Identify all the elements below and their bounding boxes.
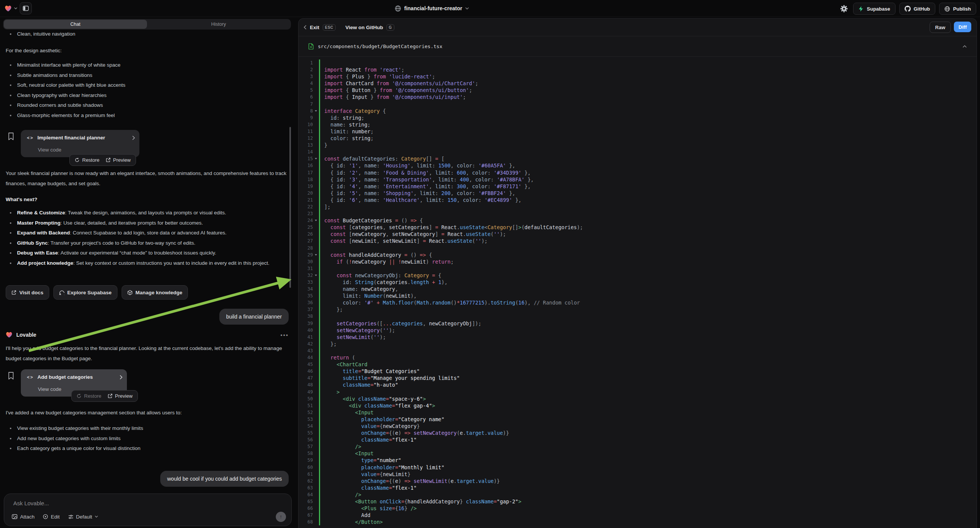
chevron-down-icon xyxy=(95,515,98,518)
fold-gutter xyxy=(313,293,319,299)
fold-caret-icon[interactable] xyxy=(313,108,319,115)
collapse-file-button[interactable] xyxy=(963,45,967,48)
code-line: 36 color: '#' + Math.floor(Math.random()… xyxy=(302,299,977,306)
code-text: const [newCategory, setNewCategory] = Re… xyxy=(319,231,977,237)
code-text: color: string; xyxy=(319,135,977,142)
version-card-implement-financial-planner[interactable]: <> Implement financial planner View code xyxy=(21,130,139,157)
settings-button[interactable] xyxy=(839,5,849,13)
code-line: 45 <ChartCard xyxy=(302,361,977,368)
code-line: 56 className="flex-1" xyxy=(302,436,977,443)
code-brackets-icon: <> xyxy=(27,375,34,380)
exit-button[interactable]: Exit ESC xyxy=(304,24,336,31)
code-text: if (!newCategory || !newLimit) return; xyxy=(319,258,977,265)
view-mode-toggle: Raw Diff xyxy=(930,22,971,33)
code-text: return ( xyxy=(319,354,977,361)
sidebar-toggle-button[interactable] xyxy=(20,2,32,14)
fold-caret-icon[interactable] xyxy=(313,251,319,258)
view-code-link[interactable]: View code xyxy=(38,386,61,392)
code-text: value={newLimit} xyxy=(319,471,977,478)
mode-selector[interactable]: Default xyxy=(68,514,99,520)
fold-gutter xyxy=(313,491,319,498)
lovable-heart-icon[interactable] xyxy=(5,5,12,12)
preview-button[interactable]: Preview xyxy=(106,157,131,163)
code-line: 10 name: string; xyxy=(302,121,977,128)
bullet-dot xyxy=(6,208,17,218)
project-switcher[interactable]: financial-future-creator xyxy=(395,0,469,17)
line-number: 22 xyxy=(302,204,313,210)
code-text: className="flex-1" xyxy=(319,436,977,443)
edit-button[interactable]: Edit xyxy=(43,514,59,520)
send-button[interactable]: ↑ xyxy=(276,512,286,522)
code-text: { id: '5', name: 'Shopping', limit: 200,… xyxy=(319,190,977,197)
github-icon xyxy=(905,6,911,12)
arrow-up-icon: ↑ xyxy=(280,514,282,520)
assistant-header: Lovable ••• xyxy=(6,331,289,339)
whats-next-heading: What's next? xyxy=(6,195,37,205)
fold-caret-icon[interactable] xyxy=(313,272,319,279)
file-row[interactable]: src/components/budget/BudgetCategories.t… xyxy=(299,36,977,57)
visit-docs-button[interactable]: Visit docs xyxy=(6,285,49,300)
line-number: 57 xyxy=(302,443,313,450)
fold-caret-icon[interactable] xyxy=(313,155,319,162)
line-number: 9 xyxy=(302,115,313,121)
supabase-button[interactable]: Supabase xyxy=(853,3,895,15)
code-line: 58 <Input xyxy=(302,450,977,457)
esc-keycap: ESC xyxy=(323,24,336,31)
tab-history[interactable]: History xyxy=(147,20,290,29)
preview-button[interactable]: Preview xyxy=(108,393,133,399)
fold-gutter xyxy=(313,340,319,347)
code-text: onChange={(e) => setNewCategory(e.target… xyxy=(319,429,977,436)
github-button[interactable]: GitHub xyxy=(899,3,935,15)
code-line: 21 { id: '6', name: 'Healthcare', limit:… xyxy=(302,197,977,204)
code-text: const [newLimit, setNewLimit] = React.us… xyxy=(319,237,977,244)
fold-gutter xyxy=(313,169,319,176)
chat-input[interactable] xyxy=(13,499,283,513)
code-line: 18 { id: '3', name: 'Transportation', li… xyxy=(302,176,977,183)
view-code-link[interactable]: View code xyxy=(38,147,61,153)
fold-gutter xyxy=(313,450,319,457)
line-number: 24 xyxy=(302,217,313,224)
restore-icon xyxy=(75,157,80,162)
chat-scrollbar[interactable] xyxy=(290,127,291,288)
bookmark-icon[interactable] xyxy=(8,372,14,380)
fold-gutter xyxy=(313,231,319,237)
code-text: </Button> xyxy=(319,518,977,525)
restore-button[interactable]: Restore xyxy=(75,157,100,163)
code-text: import { Plus } from 'lucide-react'; xyxy=(319,73,977,80)
fold-gutter xyxy=(313,245,319,251)
fold-caret-icon[interactable] xyxy=(313,217,319,224)
chevron-down-icon[interactable] xyxy=(14,7,18,10)
list-item: Debug with Ease: Activate our experiment… xyxy=(6,248,277,258)
bookmark-icon[interactable] xyxy=(8,132,14,140)
tab-chat[interactable]: Chat xyxy=(4,20,147,29)
assistant-summary-2: I've added a new budget categories manag… xyxy=(6,407,289,418)
raw-button[interactable]: Raw xyxy=(930,22,951,33)
code-line: 61 value={newLimit} xyxy=(302,471,977,478)
chevron-left-icon xyxy=(304,25,307,30)
code-line: 11 limit: number; xyxy=(302,128,977,135)
line-number: 64 xyxy=(302,491,313,498)
publish-button[interactable]: Publish xyxy=(939,3,976,15)
fold-gutter xyxy=(313,59,319,66)
message-menu-button[interactable]: ••• xyxy=(280,332,289,338)
manage-knowledge-button[interactable]: Manage knowledge xyxy=(122,285,188,300)
code-viewer-panel: Exit ESC View on GitHub G Raw Diff src/c… xyxy=(298,18,977,528)
restore-button[interactable]: Restore xyxy=(76,393,102,399)
line-number: 39 xyxy=(302,320,313,327)
code-text: name: string; xyxy=(319,121,977,128)
diff-button[interactable]: Diff xyxy=(954,22,971,32)
code-text: subtitle="Manage your spending limits" xyxy=(319,375,977,382)
code-text: }; xyxy=(319,306,977,313)
topbar-actions: Supabase GitHub Publish xyxy=(839,3,976,15)
attach-button[interactable]: Attach xyxy=(12,514,35,520)
list-item: Minimalist interface with plenty of whit… xyxy=(6,60,286,70)
restore-icon xyxy=(76,394,81,398)
code-text: color: '#' + Math.floor(Math.random()*16… xyxy=(319,299,977,306)
code-line: 49 > xyxy=(302,389,977,396)
view-on-github-button[interactable]: View on GitHub G xyxy=(345,24,395,31)
code-line: 68 </Button> xyxy=(302,518,977,525)
explore-supabase-button[interactable]: Explore Supabase xyxy=(53,285,118,300)
fold-gutter xyxy=(313,471,319,478)
code-text: <div className="flex gap-4"> xyxy=(319,402,977,409)
fold-gutter xyxy=(313,142,319,148)
